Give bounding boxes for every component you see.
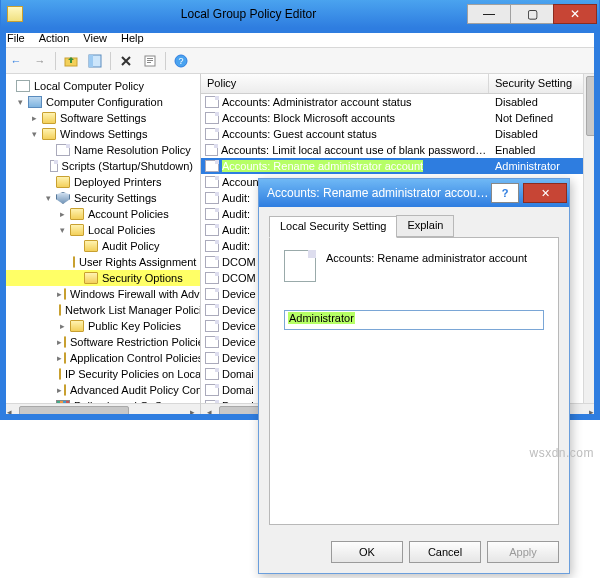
ok-button[interactable]: OK <box>331 541 403 563</box>
help-button[interactable]: ? <box>170 50 192 72</box>
dialog-close-button[interactable]: ✕ <box>523 183 567 203</box>
show-hide-tree-button[interactable] <box>84 50 106 72</box>
menu-view[interactable]: View <box>83 32 107 44</box>
titlebar[interactable]: Local Group Policy Editor — ▢ ✕ <box>1 0 599 28</box>
tree-public-key-policies[interactable]: Public Key Policies <box>3 318 200 334</box>
svg-rect-5 <box>147 60 153 61</box>
tree-software-restriction[interactable]: Software Restriction Policies <box>3 334 200 350</box>
svg-rect-2 <box>89 55 93 67</box>
tree-name-resolution[interactable]: Name Resolution Policy <box>3 142 200 158</box>
tree-audit-policy[interactable]: Audit Policy <box>3 238 200 254</box>
account-name-input[interactable] <box>284 310 544 330</box>
list-row[interactable]: Accounts: Guest account statusDisabled <box>201 126 599 142</box>
scroll-thumb[interactable] <box>19 406 129 418</box>
tree-hscrollbar[interactable]: ◂ ▸ <box>1 403 200 419</box>
scroll-right-icon[interactable]: ▸ <box>583 405 599 419</box>
folder-icon <box>56 176 70 188</box>
properties-button[interactable] <box>139 50 161 72</box>
policy-name: Audit: <box>222 192 250 204</box>
tree-app-control-policies[interactable]: Application Control Policies <box>3 350 200 366</box>
folder-icon <box>64 384 66 396</box>
policy-name: Domai <box>222 384 254 396</box>
folder-icon <box>64 288 66 300</box>
policy-name: Device <box>222 352 256 364</box>
policy-item-icon <box>205 128 219 140</box>
console-tree-pane[interactable]: Local Computer Policy Computer Configura… <box>1 74 201 419</box>
dialog-help-button[interactable]: ? <box>491 183 519 203</box>
expander-icon[interactable] <box>29 129 40 140</box>
svg-rect-6 <box>147 62 151 63</box>
policy-item-icon <box>205 144 218 156</box>
policy-item-icon <box>205 160 219 172</box>
maximize-button[interactable]: ▢ <box>510 4 554 24</box>
tree-ipsec-policies[interactable]: IP Security Policies on Local Computer <box>3 366 200 382</box>
list-vscrollbar[interactable] <box>583 74 599 419</box>
tree-root[interactable]: Local Computer Policy <box>3 78 200 94</box>
up-button[interactable] <box>60 50 82 72</box>
expander-icon[interactable] <box>15 97 26 108</box>
tree-advanced-audit[interactable]: Advanced Audit Policy Configuration <box>3 382 200 398</box>
window-title: Local Group Policy Editor <box>29 7 468 21</box>
dialog-titlebar[interactable]: Accounts: Rename administrator account P… <box>259 179 569 207</box>
expander-icon[interactable] <box>57 337 62 348</box>
cancel-button[interactable]: Cancel <box>409 541 481 563</box>
tree-pane-icon <box>88 54 102 68</box>
list-header[interactable]: Policy Security Setting <box>201 74 599 94</box>
policy-name: Audit: <box>222 240 250 252</box>
policy-item-icon <box>205 176 219 188</box>
expander-icon[interactable] <box>57 209 68 220</box>
menu-file[interactable]: File <box>7 32 25 44</box>
tree-account-policies[interactable]: Account Policies <box>3 206 200 222</box>
expander-icon[interactable] <box>57 225 68 236</box>
apply-button[interactable]: Apply <box>487 541 559 563</box>
dialog-title: Accounts: Rename administrator account P… <box>267 186 491 200</box>
toolbar: ? <box>1 48 599 74</box>
policy-item-icon <box>205 224 219 236</box>
up-folder-icon <box>64 54 78 68</box>
tree-windows-firewall[interactable]: Windows Firewall with Advanced Security <box>3 286 200 302</box>
expander-icon[interactable] <box>29 113 40 124</box>
tree-security-options[interactable]: Security Options <box>3 270 200 286</box>
tree-deployed-printers[interactable]: Deployed Printers <box>3 174 200 190</box>
policy-item-icon <box>205 208 219 220</box>
back-button[interactable] <box>5 50 27 72</box>
expander-icon[interactable] <box>57 353 62 364</box>
tab-explain[interactable]: Explain <box>396 215 454 237</box>
policy-item-icon <box>205 384 219 396</box>
menu-help[interactable]: Help <box>121 32 144 44</box>
list-row[interactable]: Accounts: Rename administrator accountAd… <box>201 158 599 174</box>
tab-local-security-setting[interactable]: Local Security Setting <box>269 216 397 238</box>
expander-icon[interactable] <box>57 289 62 300</box>
policy-name: Device <box>222 288 256 300</box>
tree-scripts[interactable]: Scripts (Startup/Shutdown) <box>3 158 200 174</box>
policy-item-icon <box>205 320 219 332</box>
tree-computer-config[interactable]: Computer Configuration <box>3 94 200 110</box>
tree-security-settings[interactable]: Security Settings <box>3 190 200 206</box>
list-row[interactable]: Accounts: Block Microsoft accountsNot De… <box>201 110 599 126</box>
expander-icon[interactable] <box>43 193 54 204</box>
tree-windows-settings[interactable]: Windows Settings <box>3 126 200 142</box>
dialog-tabs: Local Security Setting Explain <box>269 215 559 237</box>
list-row[interactable]: Accounts: Limit local account use of bla… <box>201 142 599 158</box>
expander-icon[interactable] <box>57 321 68 332</box>
scroll-right-icon[interactable]: ▸ <box>184 405 200 419</box>
delete-button[interactable] <box>115 50 137 72</box>
scroll-thumb[interactable] <box>586 76 598 136</box>
tree-user-rights[interactable]: User Rights Assignment <box>3 254 200 270</box>
scroll-left-icon[interactable]: ◂ <box>1 405 17 419</box>
app-icon <box>7 6 23 22</box>
forward-arrow-icon <box>35 55 46 67</box>
expander-icon[interactable] <box>57 385 62 396</box>
forward-button[interactable] <box>29 50 51 72</box>
minimize-button[interactable]: — <box>467 4 511 24</box>
tree-local-policies[interactable]: Local Policies <box>3 222 200 238</box>
header-policy[interactable]: Policy <box>201 74 489 93</box>
close-button[interactable]: ✕ <box>553 4 597 24</box>
list-row[interactable]: Accounts: Administrator account statusDi… <box>201 94 599 110</box>
tree-nlm-policies[interactable]: Network List Manager Policies <box>3 302 200 318</box>
policy-item-icon <box>205 192 219 204</box>
back-arrow-icon <box>11 55 22 67</box>
menu-action[interactable]: Action <box>39 32 70 44</box>
tree-software-settings[interactable]: Software Settings <box>3 110 200 126</box>
scroll-left-icon[interactable]: ◂ <box>201 405 217 419</box>
